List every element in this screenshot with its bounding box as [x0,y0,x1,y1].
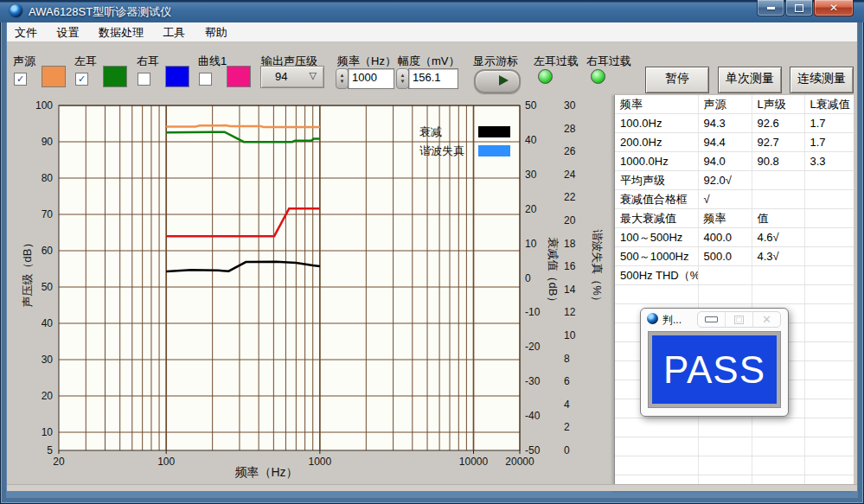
curve1-checkbox[interactable] [199,73,212,86]
y-left-tick-label: 20 [42,390,54,402]
table-cell [752,266,804,285]
curve1-color-swatch[interactable] [227,66,251,87]
legend-swatch [478,145,510,156]
y-left-tick-label: 90 [42,136,54,148]
continuous-measure-button[interactable]: 连续测量 [790,67,854,93]
y-left-tick-label: 30 [42,354,54,366]
menu-settings[interactable]: 设置 [48,22,86,41]
menu-data-processing[interactable]: 数据处理 [91,22,151,41]
source-color-swatch[interactable] [42,66,66,87]
y-right2-tick-label: 22 [564,191,576,203]
right-ear-color-swatch[interactable] [165,66,189,87]
table-cell: 200.0Hz [615,133,698,152]
frequency-stepper[interactable]: ▲▼ [336,68,349,89]
y-right1-tick-label: -20 [525,341,541,353]
left-overload-led [538,69,553,84]
table-cell: 1.7 [804,114,854,133]
table-cell [804,285,854,304]
table-row: 平均声级92.0√ [615,171,854,190]
menu-help[interactable]: 帮助 [197,22,235,41]
titlebar[interactable]: AWA6128ST型听诊器测试仪 ✕ [0,0,864,22]
table-cell: 94.0 [698,152,752,171]
table-cell [804,323,854,342]
cursor-toggle[interactable] [474,69,521,93]
y-left-tick-label: 80 [42,172,54,184]
table-cell: 频率 [698,209,752,228]
legend-label: 衰减 [419,125,442,138]
amplitude-input[interactable]: 156.1 [408,68,458,89]
table-cell [752,171,804,190]
y-left-tick-label: 50 [42,281,54,293]
x-tick-label: 20000 [505,456,534,468]
result-window-title: 判... [662,313,682,328]
toolbar: 声源 左耳 右耳 曲线1 输出声压级 94 ▽ [7,42,857,96]
single-measure-button[interactable]: 单次测量 [718,67,782,93]
curve1-label: 曲线1 [198,54,227,69]
left-overload-label: 左耳过载 [534,54,579,69]
y-right2-tick-label: 2 [564,421,570,433]
table-cell [615,456,698,475]
maximize-button[interactable] [785,0,813,16]
close-button[interactable]: ✕ [814,0,854,16]
app-window: AWA6128ST型听诊器测试仪 ✕ 文件 设置 数据处理 工具 帮助 声源 左… [0,0,864,504]
minimize-icon [705,316,718,322]
table-cell [804,380,854,399]
result-maximize-button[interactable] [725,312,752,327]
table-row: 衰减值合格框√ [615,190,854,209]
table-cell [698,266,752,285]
results-table-body: 频率声源L声级L衰减值100.0Hz94.392.61.7200.0Hz94.4… [615,95,854,491]
left-ear-color-swatch[interactable] [103,66,127,87]
amplitude-stepper[interactable]: ▲▼ [396,68,409,89]
legend-swatch [478,126,510,137]
left-ear-checkbox[interactable] [75,73,88,86]
table-cell [698,418,752,437]
spin-down-icon: ▼ [400,79,406,85]
y-right2-tick-label: 18 [564,238,576,250]
table-cell [804,247,854,266]
y-right2-tick-label: 10 [564,329,576,341]
close-icon: ✕ [829,2,838,14]
y-left-tick-label: 70 [42,208,54,220]
output-level-dropdown[interactable]: 94 ▽ [260,66,324,88]
y-right2-tick-label: 4 [564,399,570,411]
table-cell [804,209,854,228]
minimize-button[interactable] [757,0,784,16]
table-empty-row [615,456,854,475]
result-minimize-button[interactable] [698,312,725,327]
y-right2-tick-label: 28 [564,123,576,135]
result-window: 判... ✕ PASS [640,308,789,417]
right-overload-led [591,69,605,84]
pause-button[interactable]: 暂停 [645,67,709,93]
table-cell [752,285,804,304]
table-cell [615,437,698,456]
menu-file[interactable]: 文件 [7,22,45,41]
x-tick-label: 10000 [459,456,489,468]
source-checkbox[interactable] [14,73,27,86]
table-cell: 94.3 [698,114,752,133]
menubar: 文件 设置 数据处理 工具 帮助 [7,22,857,42]
y-right1-tick-label: 20 [525,203,537,215]
table-cell: L衰减值 [804,95,854,114]
table-row: 500～1000Hz500.04.3√ [615,247,854,266]
cursor-toggle-label: 显示游标 [473,54,518,69]
y-left-tick-label: 5 [47,444,53,456]
main-area: 5102030405060708090100201001000100002000… [7,95,857,491]
y-right2-tick-label: 14 [564,284,576,296]
right-overload-label: 右耳过载 [586,54,631,69]
close-icon: ✕ [762,313,771,326]
table-cell: 500～1000Hz [615,247,698,266]
y-left-tick-label: 40 [42,317,54,329]
right-ear-checkbox[interactable] [138,73,150,86]
result-close-button[interactable]: ✕ [752,312,780,327]
result-window-controls: ✕ [697,311,781,328]
result-window-titlebar[interactable]: 判... ✕ [641,309,788,329]
output-level-value: 94 [275,70,287,83]
frequency-input[interactable]: 1000 [348,68,394,89]
table-cell [804,418,854,437]
source-label: 声源 [13,54,35,69]
table-row: 最大衰减值频率值 [615,209,854,228]
y-right2-tick-label: 16 [564,260,576,272]
table-row: 1000.0Hz94.090.83.3 [615,152,854,171]
menu-tools[interactable]: 工具 [155,22,193,41]
table-empty-row [615,418,854,437]
